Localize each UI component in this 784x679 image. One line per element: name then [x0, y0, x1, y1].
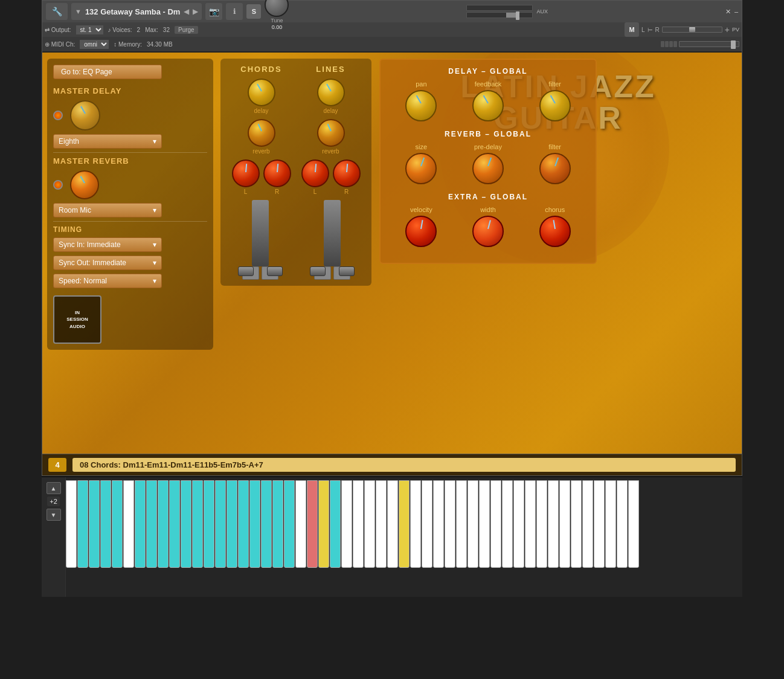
delay-filter-knob[interactable]: [539, 90, 571, 121]
minimize-btn[interactable]: –: [734, 8, 738, 15]
scroll-down-btn[interactable]: ▼: [47, 509, 61, 521]
white-key[interactable]: [158, 480, 169, 568]
tune-knob[interactable]: [265, 0, 289, 17]
scroll-up-btn[interactable]: ▲: [47, 482, 61, 494]
reverb-dropdown[interactable]: Room Mic ▾: [53, 203, 162, 217]
output-level-thumb[interactable]: [731, 40, 736, 49]
white-key[interactable]: [433, 480, 444, 568]
wrench-icon[interactable]: 🔧: [46, 3, 68, 20]
white-key[interactable]: [249, 480, 260, 568]
white-key[interactable]: [468, 480, 478, 568]
lines-l-knob[interactable]: [301, 159, 329, 187]
white-key[interactable]: [594, 480, 605, 568]
white-key[interactable]: [353, 480, 364, 568]
white-key[interactable]: [525, 480, 536, 568]
delay-dropdown[interactable]: Eighth ▾: [53, 134, 162, 149]
white-key[interactable]: [181, 480, 191, 568]
white-key[interactable]: [341, 480, 352, 568]
white-key[interactable]: [456, 480, 467, 568]
extra-chorus-knob[interactable]: [539, 216, 571, 247]
master-reverb-knob[interactable]: [70, 170, 99, 199]
white-key[interactable]: [284, 480, 295, 568]
extra-width-knob[interactable]: [472, 216, 504, 247]
white-key[interactable]: [272, 480, 283, 568]
white-key[interactable]: [513, 480, 524, 568]
white-key[interactable]: [215, 480, 226, 568]
white-key[interactable]: [192, 480, 203, 568]
speed-btn[interactable]: Speed: Normal ▾: [53, 274, 162, 288]
white-key[interactable]: [422, 480, 432, 568]
white-key[interactable]: [605, 480, 616, 568]
white-key[interactable]: [123, 480, 134, 568]
lines-reverb-knob[interactable]: [317, 119, 345, 147]
purge-label[interactable]: Purge: [175, 26, 198, 34]
white-key[interactable]: [330, 480, 341, 568]
white-key[interactable]: [100, 480, 111, 568]
white-key[interactable]: [295, 480, 306, 568]
white-key[interactable]: [169, 480, 180, 568]
reverb-predelay-knob[interactable]: [472, 153, 504, 184]
sync-out-btn[interactable]: Sync Out: Immediate ▾: [53, 256, 162, 270]
volume-thumb[interactable]: [516, 11, 519, 20]
white-key[interactable]: [582, 480, 593, 568]
lines-r-knob[interactable]: [333, 159, 361, 187]
pan-slider[interactable]: [662, 27, 722, 33]
chords-fader-right-thumb[interactable]: [267, 266, 283, 276]
m-button[interactable]: M: [625, 22, 639, 37]
reverb-size-knob[interactable]: [405, 153, 437, 184]
white-key[interactable]: [135, 480, 146, 568]
volume-slider[interactable]: [466, 12, 533, 18]
chords-delay-knob[interactable]: [248, 79, 275, 106]
white-key[interactable]: [364, 480, 375, 568]
white-key[interactable]: [445, 480, 455, 568]
white-key[interactable]: [410, 480, 421, 568]
white-key[interactable]: [376, 480, 387, 568]
white-key[interactable]: [66, 480, 77, 568]
prev-preset-btn[interactable]: ◀: [184, 7, 189, 16]
white-key[interactable]: [238, 480, 249, 568]
white-key[interactable]: [112, 480, 123, 568]
white-key[interactable]: [628, 480, 639, 568]
camera-btn[interactable]: 📷: [205, 3, 222, 20]
chords-reverb-knob[interactable]: [248, 119, 275, 147]
chords-r-knob[interactable]: [263, 159, 291, 187]
white-key[interactable]: [89, 480, 100, 568]
output-select[interactable]: st. 1: [76, 25, 103, 34]
info-btn[interactable]: ℹ: [226, 3, 243, 20]
next-preset-btn[interactable]: ▶: [193, 7, 198, 16]
master-delay-power[interactable]: [53, 111, 63, 120]
master-delay-knob[interactable]: [70, 100, 100, 130]
white-key[interactable]: [490, 480, 501, 568]
white-key[interactable]: [146, 480, 157, 568]
sync-in-btn[interactable]: Sync In: Immediate ▾: [53, 237, 162, 252]
midi-select[interactable]: omni: [80, 40, 109, 49]
white-key[interactable]: [318, 480, 329, 568]
white-key[interactable]: [548, 480, 559, 568]
chords-l-knob[interactable]: [232, 159, 260, 187]
lines-fader-right-thumb[interactable]: [339, 266, 355, 276]
white-key[interactable]: [559, 480, 570, 568]
output-level-slider[interactable]: [679, 41, 739, 47]
delay-pan-knob[interactable]: [405, 90, 437, 121]
chords-fader-left-thumb[interactable]: [238, 266, 254, 276]
white-key[interactable]: [399, 480, 410, 568]
plus-btn[interactable]: +: [725, 25, 730, 34]
close-btn[interactable]: ✕: [725, 8, 731, 16]
white-key[interactable]: [261, 480, 272, 568]
lines-fader-left-thumb[interactable]: [310, 266, 326, 276]
white-key[interactable]: [502, 480, 513, 568]
white-key[interactable]: [307, 480, 318, 568]
delay-feedback-knob[interactable]: [472, 90, 504, 121]
white-key[interactable]: [571, 480, 582, 568]
reverb-filter-knob[interactable]: [539, 153, 571, 184]
s-button[interactable]: S: [246, 4, 261, 19]
master-reverb-power[interactable]: [53, 180, 63, 190]
lines-fader-handle[interactable]: [324, 200, 341, 266]
white-key[interactable]: [617, 480, 628, 568]
pan-thumb[interactable]: [689, 27, 695, 32]
nav-dropdown-arrow[interactable]: ▼: [75, 8, 82, 15]
white-key[interactable]: [387, 480, 398, 568]
chords-fader-handle[interactable]: [252, 200, 269, 266]
white-key[interactable]: [227, 480, 237, 568]
white-key[interactable]: [77, 480, 88, 568]
